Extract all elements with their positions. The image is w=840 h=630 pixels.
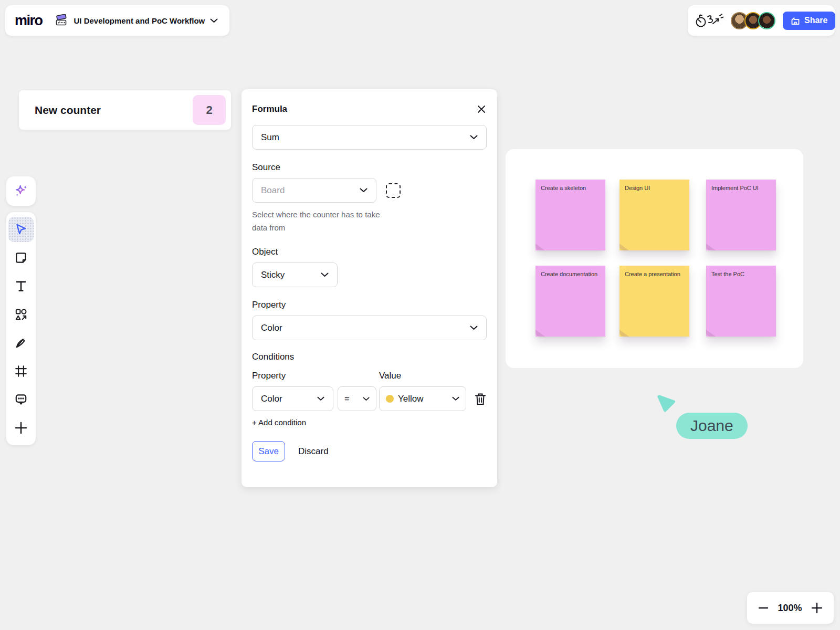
condition-property-select[interactable]: Color (252, 386, 333, 411)
formula-panel: Formula Sum Source Board Select where th… (242, 89, 497, 487)
frame-icon (14, 364, 28, 378)
comment-tool-button[interactable] (8, 387, 34, 412)
property-select[interactable]: Color (252, 316, 487, 340)
object-label: Object (252, 247, 487, 257)
chevron-down-icon (210, 18, 218, 23)
sticky-note[interactable]: Design UI (620, 180, 689, 250)
text-icon (14, 279, 28, 293)
collaboration-bar: Share (688, 5, 835, 36)
function-select[interactable]: Sum (252, 125, 487, 150)
source-select[interactable]: Board (252, 178, 376, 203)
counter-value-badge: 2 (193, 95, 226, 125)
object-select[interactable]: Sticky (252, 262, 338, 287)
comment-icon (14, 393, 28, 406)
avatar-stack (731, 12, 775, 29)
property-label: Property (252, 300, 487, 310)
share-label: Share (804, 16, 827, 25)
board-icon (54, 14, 69, 27)
formula-panel-title: Formula (252, 104, 287, 114)
sticky-note[interactable]: Create a skeleton (536, 180, 605, 250)
sticky-note-tool-button[interactable] (8, 245, 34, 270)
pen-tool-button[interactable] (8, 330, 34, 355)
conditions-label: Conditions (252, 352, 487, 362)
sticky-note[interactable]: Test the PoC (706, 266, 776, 337)
function-select-value: Sum (261, 132, 279, 143)
board-title-menu[interactable]: UI Development and PoC Workflow (54, 14, 218, 27)
share-icon (791, 16, 800, 25)
counter-widget[interactable]: New counter 2 (19, 90, 231, 130)
zoom-in-icon[interactable] (808, 600, 825, 616)
source-label: Source (252, 162, 487, 173)
condition-operator-value: = (344, 394, 349, 404)
select-area-icon[interactable] (386, 183, 401, 198)
share-button[interactable]: Share (783, 12, 835, 30)
close-icon[interactable] (476, 104, 487, 114)
add-tool-button[interactable] (8, 415, 34, 440)
save-button[interactable]: Save (252, 441, 285, 461)
delete-condition-icon[interactable] (474, 392, 487, 406)
ai-assistant-button[interactable] (6, 176, 36, 206)
plus-icon (14, 421, 28, 435)
frame-tool-button[interactable] (8, 359, 34, 384)
add-condition-button[interactable]: + Add condition (252, 418, 306, 427)
condition-value-value: Yellow (398, 394, 424, 404)
tools-toolbar (6, 212, 36, 445)
source-helper-text: Select where the counter has to take dat… (252, 208, 383, 234)
zoom-out-icon[interactable] (755, 600, 771, 616)
shapes-tool-button[interactable] (8, 302, 34, 327)
source-select-placeholder: Board (261, 185, 285, 196)
chevron-down-icon (470, 326, 478, 330)
condition-operator-select[interactable]: = (338, 386, 376, 411)
condition-value-select[interactable]: Yellow (379, 386, 466, 411)
shapes-icon (14, 308, 28, 321)
chevron-down-icon (360, 188, 368, 193)
sticky-note[interactable]: Implement PoC UI (706, 180, 776, 250)
condition-value-label: Value (379, 371, 401, 381)
board-frame[interactable]: Create a skeleton Design UI Implement Po… (506, 149, 803, 368)
cursor-icon (14, 223, 28, 236)
condition-property-label: Property (252, 371, 379, 381)
miro-logo: miro (15, 13, 47, 29)
sticky-note[interactable]: Create a presentation (620, 266, 689, 337)
chevron-down-icon (470, 135, 478, 140)
condition-property-value: Color (261, 394, 282, 404)
collaborator-name-badge: Joane (676, 413, 748, 439)
counter-label: New counter (35, 104, 101, 117)
sticky-note-icon (14, 251, 28, 265)
condition-row: Color = Yellow (252, 386, 487, 411)
board-title: UI Development and PoC Workflow (74, 16, 205, 25)
discard-button[interactable]: Discard (298, 446, 329, 457)
select-tool-button[interactable] (8, 217, 34, 242)
zoom-control: 100% (747, 592, 834, 624)
avatar[interactable] (758, 12, 775, 29)
chevron-down-icon (452, 396, 459, 401)
zoom-level[interactable]: 100% (778, 603, 802, 614)
property-select-value: Color (261, 323, 282, 333)
pen-icon (14, 336, 28, 350)
text-tool-button[interactable] (8, 274, 34, 299)
chevron-down-icon (317, 396, 324, 401)
board-header: miro UI Development and PoC Workflow (5, 5, 229, 36)
ai-sparkle-icon (13, 183, 29, 199)
yellow-color-dot (386, 395, 394, 403)
collaborator-cursor-icon (657, 395, 680, 418)
chevron-down-icon (321, 272, 329, 277)
timer-doodle-icon[interactable] (695, 11, 723, 30)
chevron-down-icon (363, 397, 370, 401)
sticky-note[interactable]: Create documentation (536, 266, 605, 337)
object-select-value: Sticky (261, 270, 285, 280)
